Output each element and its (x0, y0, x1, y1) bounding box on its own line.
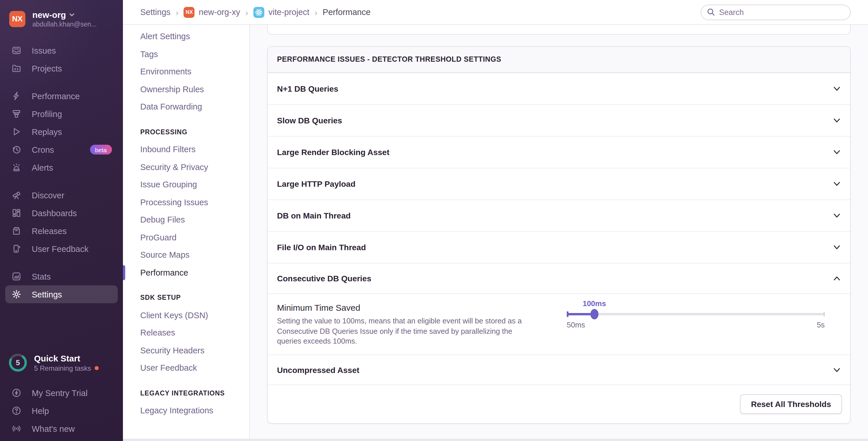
sidebar-item-label: My Sentry Trial (32, 388, 87, 398)
profiling-icon (11, 109, 21, 119)
subnav-item-performance[interactable]: Performance (140, 264, 249, 281)
user-feedback-icon (11, 244, 21, 253)
sidebar-item-releases[interactable]: Releases (5, 222, 118, 240)
subnav-item-security-headers[interactable]: Security Headers (140, 342, 249, 359)
threshold-setting-title: Minimum Time Saved (277, 303, 548, 312)
slider-max-label: 5s (817, 320, 825, 329)
projects-icon (11, 63, 21, 73)
sidebar-nav: Issues Projects Performance Profiling (0, 41, 123, 303)
subnav-item-security-privacy[interactable]: Security & Privacy (140, 158, 249, 176)
sidebar-item-stats[interactable]: Stats (5, 268, 118, 285)
chevron-down-icon (833, 116, 841, 125)
search-box (701, 4, 851, 20)
accordion-row-large-render-blocking-asset[interactable]: Large Render Blocking Asset (268, 136, 850, 168)
breadcrumb-organization[interactable]: NX new-org-xy (184, 7, 240, 18)
search-input[interactable] (701, 4, 851, 20)
subnav-item-inbound-filters[interactable]: Inbound Filters (140, 141, 249, 158)
subnav-item-alert-settings[interactable]: Alert Settings (140, 28, 249, 45)
sidebar-item-profiling[interactable]: Profiling (5, 105, 118, 123)
sidebar-item-replays[interactable]: Replays (5, 123, 118, 141)
breadcrumb-project[interactable]: vite-project (253, 7, 309, 18)
threshold-setting-description: Setting the value to 100ms, means that a… (277, 316, 538, 346)
settings-subnav: Alert Settings Tags Environments Ownersh… (123, 25, 250, 441)
subnav-item-tags[interactable]: Tags (140, 45, 249, 63)
bottom-edge-strip (123, 439, 868, 441)
panel-footer: Reset All Thresholds (268, 384, 850, 423)
sidebar-item-label: Help (32, 406, 49, 415)
help-icon (11, 406, 21, 416)
breadcrumb-separator-icon: › (314, 7, 317, 17)
sidebar-item-dashboards[interactable]: Dashboards (5, 204, 118, 222)
subnav-item-releases[interactable]: Releases (140, 324, 249, 342)
subnav-item-client-keys[interactable]: Client Keys (DSN) (140, 306, 249, 324)
sidebar-item-help[interactable]: Help (5, 402, 118, 420)
search-icon (706, 7, 716, 17)
accordion-row-large-http-payload[interactable]: Large HTTP Payload (268, 168, 850, 199)
sidebar-item-whats-new[interactable]: What's new (5, 420, 118, 438)
accordion-row-file-io-on-main-thread[interactable]: File I/O on Main Thread (268, 231, 850, 263)
alerts-icon (11, 163, 21, 172)
sidebar-item-label: Dashboards (32, 208, 77, 217)
sidebar-item-alerts[interactable]: Alerts (5, 159, 118, 176)
accordion-row-consecutive-db-queries[interactable]: Consecutive DB Queries (268, 263, 850, 294)
sidebar-item-label: Alerts (32, 163, 53, 172)
subnav-section-processing: PROCESSING (140, 123, 249, 141)
breadcrumb-settings[interactable]: Settings (140, 7, 170, 17)
chevron-down-icon (69, 11, 75, 18)
org-switcher[interactable]: NX new-org abdullah.khan@sen... (0, 0, 123, 32)
accordion-row-uncompressed-asset[interactable]: Uncompressed Asset (268, 354, 850, 384)
sidebar-item-my-sentry-trial[interactable]: My Sentry Trial (5, 384, 118, 402)
top-header-bar: Settings › NX new-org-xy › vite-project … (123, 0, 868, 25)
quick-start-panel[interactable]: 5 Quick Start 5 Remaining tasks (5, 353, 118, 372)
chevron-down-icon (833, 85, 841, 93)
subnav-item-environments[interactable]: Environments (140, 63, 249, 80)
performance-icon (11, 91, 21, 101)
subnav-item-ownership-rules[interactable]: Ownership Rules (140, 80, 249, 98)
notification-dot (94, 366, 98, 370)
breadcrumb-separator-icon: › (176, 7, 179, 17)
subnav-item-legacy-integrations[interactable]: Legacy Integrations (140, 402, 249, 419)
sidebar-item-label: Crons (32, 145, 54, 154)
accordion-row-db-on-main-thread[interactable]: DB on Main Thread (268, 199, 850, 231)
sidebar-item-discover[interactable]: Discover (5, 186, 118, 204)
trial-lightning-icon (11, 388, 21, 398)
sidebar-item-label: Replays (32, 127, 62, 136)
chevron-down-icon (833, 148, 841, 156)
discover-icon (11, 190, 21, 200)
slider-thumb[interactable] (590, 309, 598, 319)
subnav-item-source-maps[interactable]: Source Maps (140, 246, 249, 264)
chevron-down-icon (833, 243, 841, 251)
beta-badge: beta (90, 145, 112, 155)
accordion-row-n-plus-one-db-queries[interactable]: N+1 DB Queries (268, 73, 850, 104)
subnav-item-user-feedback[interactable]: User Feedback (140, 359, 249, 377)
sidebar-item-settings[interactable]: Settings (5, 285, 118, 303)
subnav-item-debug-files[interactable]: Debug Files (140, 211, 249, 229)
chevron-down-icon (833, 211, 841, 219)
threshold-slider: 100ms 50ms 5s (567, 294, 825, 354)
quick-start-title: Quick Start (34, 353, 98, 363)
subnav-section-legacy-integrations: LEGACY INTEGRATIONS (140, 384, 249, 402)
subnav-item-data-forwarding[interactable]: Data Forwarding (140, 98, 249, 115)
chevron-down-icon (833, 366, 841, 374)
chevron-down-icon (833, 180, 841, 188)
gear-icon (11, 290, 21, 299)
react-icon (253, 7, 264, 18)
slider-min-label: 50ms (567, 320, 585, 329)
sidebar-item-issues[interactable]: Issues (5, 41, 118, 59)
sidebar-item-user-feedback[interactable]: User Feedback (5, 240, 118, 258)
sidebar-item-label: Releases (32, 226, 67, 236)
breadcrumb-current-page: Performance (322, 7, 371, 17)
subnav-item-proguard[interactable]: ProGuard (140, 229, 249, 246)
issues-icon (11, 45, 21, 55)
sidebar-item-projects[interactable]: Projects (5, 59, 118, 77)
subnav-item-issue-grouping[interactable]: Issue Grouping (140, 176, 249, 194)
main-sidebar: NX new-org abdullah.khan@sen... Issues P… (0, 0, 123, 441)
sidebar-item-performance[interactable]: Performance (5, 87, 118, 105)
releases-icon (11, 226, 21, 236)
sidebar-item-crons[interactable]: Crons beta (5, 141, 118, 159)
slider-track[interactable] (567, 313, 825, 315)
accordion-row-slow-db-queries[interactable]: Slow DB Queries (268, 104, 850, 136)
subnav-item-processing-issues[interactable]: Processing Issues (140, 194, 249, 211)
reset-all-thresholds-button[interactable]: Reset All Thresholds (740, 394, 842, 414)
sidebar-item-label: Settings (32, 290, 62, 299)
